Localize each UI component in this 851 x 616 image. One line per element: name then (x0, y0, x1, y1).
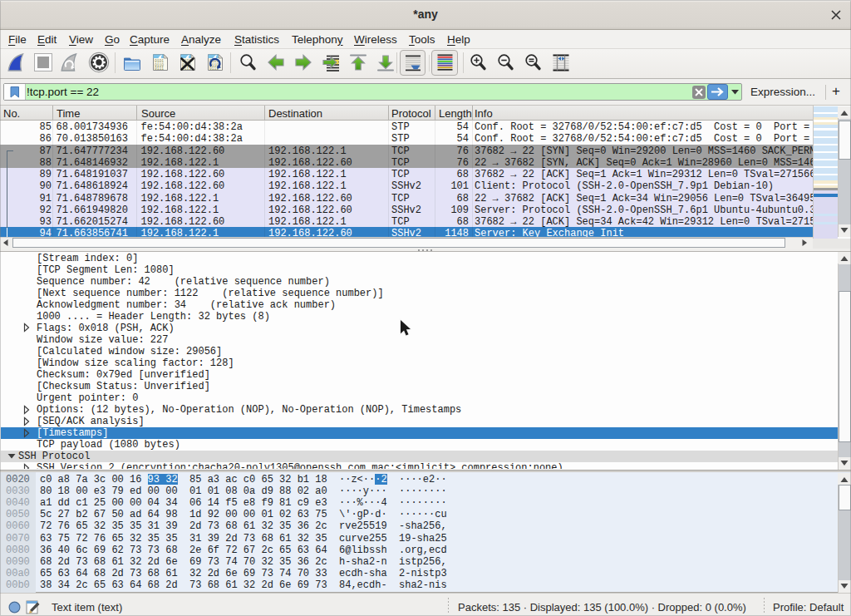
svg-text:0111: 0111 (155, 67, 164, 71)
